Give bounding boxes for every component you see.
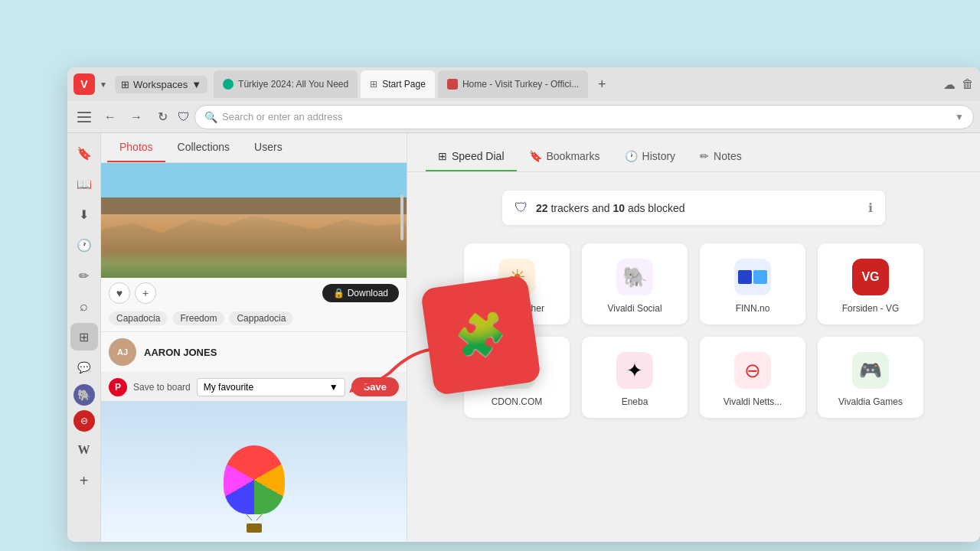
finn-icon	[734, 259, 771, 295]
tracker-text4: ads blocked	[628, 202, 685, 214]
panel-scrollbar[interactable]	[400, 179, 405, 542]
photo1-plus-button[interactable]: +	[135, 282, 156, 304]
speed-dial-icon: ⊞	[438, 150, 447, 162]
tab-bar: V ▼ ⊞ Workspaces ▼ Türkiye 2024: All You…	[67, 67, 980, 101]
eneba-label: Eneba	[622, 396, 648, 407]
address-search-bar[interactable]: 🔍 Search or enter an address ▼	[194, 105, 974, 129]
svg-rect-1	[77, 116, 91, 118]
tracker-shield-icon: 🛡	[514, 200, 528, 216]
tab-tripadvisor[interactable]: Türkiye 2024: All You Need	[214, 70, 358, 98]
tab-visitturkey-icon	[447, 79, 458, 90]
sidebar-item-search-panel[interactable]: ⌕	[70, 292, 98, 320]
sidebar-item-history-panel[interactable]: 📖	[70, 170, 98, 197]
tab-tripadvisor-label: Türkiye 2024: All You Need	[238, 79, 348, 90]
panel-tab-users[interactable]: Users	[242, 133, 295, 162]
tracker-count: 22	[536, 202, 548, 214]
photo-card-1: ♥ + 🔒 Download Capadocia Freedom Cappado…	[101, 163, 407, 332]
tab-visitturkey[interactable]: Home - Visit Turkey - Offici...	[438, 70, 588, 98]
address-bar: ← → ↻ 🛡 🔍 Search or enter an address ▼	[67, 101, 980, 133]
search-dropdown-icon[interactable]: ▼	[955, 112, 964, 122]
sidebar-item-layout[interactable]: ⊞	[70, 323, 98, 350]
photo1-download-button[interactable]: 🔒 Download	[322, 284, 399, 302]
photo1-tags: Capadocia Freedom Cappadocia	[101, 308, 407, 331]
eneba-icon: ✦	[616, 352, 653, 389]
speed-dial-label: Speed Dial	[452, 150, 505, 162]
sd-item-vivaldi-netts[interactable]: ⊖ Vivaldi Netts...	[700, 337, 805, 418]
search-icon: 🔍	[204, 111, 217, 123]
save-to-label: Save to board	[133, 382, 191, 393]
balloon-ropes	[243, 514, 266, 522]
tab-startpage-icon: ⊞	[370, 79, 377, 90]
logo-dropdown[interactable]: ▼	[100, 80, 107, 89]
photo1-lock-icon: 🔒	[333, 288, 345, 298]
cdon-label: CDON.COM	[492, 396, 543, 407]
sidebar-item-edit[interactable]: ✏	[70, 262, 98, 289]
sidebar-item-chat[interactable]: 💬	[70, 354, 98, 381]
balloon	[224, 445, 285, 533]
speed-dial-tabs: ⊞ Speed Dial 🔖 Bookmarks 🕐 History ✏ Not…	[407, 133, 980, 172]
tab-startpage-label: Start Page	[382, 79, 426, 90]
panel-tabs: Photos Collections Users	[101, 133, 407, 163]
browser-window: V ▼ ⊞ Workspaces ▼ Türkiye 2024: All You…	[67, 67, 980, 542]
photo1-actions: ♥ + 🔒 Download	[101, 278, 407, 308]
workspaces-button[interactable]: ⊞ Workspaces ▼	[115, 76, 207, 93]
photo1-heart-button[interactable]: ♥	[109, 282, 130, 304]
sidebar-item-pocket[interactable]: ⊖	[74, 410, 95, 432]
panel-scroll-thumb	[400, 194, 403, 240]
tab-tripadvisor-icon	[223, 79, 234, 90]
cloud-icon[interactable]: ☁	[943, 77, 956, 92]
landscape-image	[101, 163, 407, 278]
board-select-arrow: ▼	[329, 382, 338, 393]
content-area: 🔖 📖 ⬇ 🕐 ✏ ⌕ ⊞ 💬 🐘 ⊖ W + Photos Collectio…	[67, 133, 980, 542]
tab-notes[interactable]: ✏ Notes	[688, 142, 754, 171]
sidebar-toggle-button[interactable]	[74, 106, 95, 128]
shield-icon: 🛡	[178, 110, 190, 124]
sidebar-item-wikipedia[interactable]: W	[70, 436, 98, 464]
tab-bookmarks[interactable]: 🔖 Bookmarks	[517, 142, 612, 171]
tracker-info-icon[interactable]: ℹ	[868, 201, 873, 215]
tab-history[interactable]: 🕐 History	[612, 142, 688, 171]
sidebar-item-clock[interactable]: 🕐	[70, 231, 98, 259]
notes-label: Notes	[714, 150, 742, 162]
workspaces-icon: ⊞	[121, 79, 129, 90]
sidebar-item-mastodon[interactable]: 🐘	[74, 384, 95, 406]
new-tab-button[interactable]: +	[591, 73, 612, 95]
sd-item-finn[interactable]: FINN.no	[700, 243, 805, 324]
save-board-button[interactable]: Save	[351, 377, 399, 396]
sd-item-eneba[interactable]: ✦ Eneba	[582, 337, 688, 418]
vivaldia-icon: 🎮	[852, 352, 889, 389]
user-row: AJ AARON JONES	[101, 332, 407, 373]
sd-item-vivaldi-social[interactable]: 🐘 Vivaldi Social	[582, 243, 688, 324]
trash-icon[interactable]: 🗑	[962, 77, 974, 91]
panel-content[interactable]: ♥ + 🔒 Download Capadocia Freedom Cappado…	[101, 163, 407, 542]
vivaldi-logo[interactable]: V	[74, 73, 95, 95]
tracker-text: 22 trackers and 10 ads blocked	[536, 202, 685, 214]
panel-tab-photos[interactable]: Photos	[107, 133, 165, 162]
panel-area: Photos Collections Users ♥ + 🔒	[101, 133, 407, 542]
board-select[interactable]: My favourite ▼	[197, 378, 345, 396]
vivaldi-social-label: Vivaldi Social	[607, 303, 662, 314]
balloon-top	[224, 445, 285, 514]
tag-cappadocia[interactable]: Cappadocia	[229, 311, 293, 325]
back-button[interactable]: ←	[100, 106, 121, 128]
tracker-banner: 🛡 22 trackers and 10 ads blocked ℹ	[502, 191, 885, 225]
sidebar-item-bookmark[interactable]: 🔖	[70, 139, 98, 167]
workspaces-label: Workspaces	[133, 79, 188, 90]
reload-button[interactable]: ↻	[152, 106, 173, 128]
sidebar-item-add[interactable]: +	[70, 467, 98, 494]
history-label: History	[642, 150, 676, 162]
notes-icon: ✏	[700, 150, 709, 162]
sd-item-forsiden[interactable]: VG Forsiden - VG	[818, 243, 923, 324]
sidebar-item-download[interactable]: ⬇	[70, 201, 98, 228]
tag-capadocia[interactable]: Capadocia	[109, 311, 168, 325]
forward-button[interactable]: →	[126, 106, 147, 128]
vivaldi-netts-icon: ⊖	[734, 352, 771, 389]
tag-freedom[interactable]: Freedom	[172, 311, 224, 325]
search-placeholder: Search or enter an address	[222, 111, 343, 122]
user-initials: AJ	[117, 347, 128, 357]
tab-startpage[interactable]: ⊞ Start Page	[361, 70, 435, 98]
tab-speed-dial[interactable]: ⊞ Speed Dial	[426, 142, 517, 171]
history-icon: 🕐	[625, 150, 638, 162]
sd-item-vivaldia[interactable]: 🎮 Vivaldia Games	[818, 337, 923, 418]
panel-tab-collections[interactable]: Collections	[165, 133, 242, 162]
